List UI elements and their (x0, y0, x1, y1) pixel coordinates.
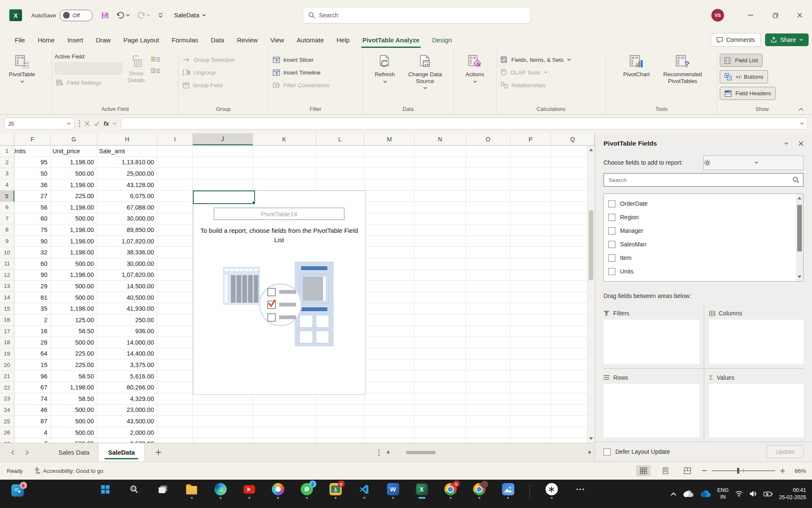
cell-J2[interactable] (193, 157, 253, 168)
cell-O27[interactable] (466, 438, 510, 443)
cell-P20[interactable] (510, 359, 551, 371)
row-header-3[interactable]: 3 (0, 168, 14, 179)
cell-K1[interactable] (253, 146, 316, 157)
cell-M17[interactable] (365, 326, 414, 337)
update-button[interactable]: Update (767, 445, 804, 458)
cell-M10[interactable] (365, 247, 414, 258)
cell-G20[interactable]: 225.00 (51, 359, 97, 371)
select-all-corner[interactable] (0, 133, 14, 145)
cell-G11[interactable]: 500.00 (51, 258, 97, 270)
cell-P5[interactable] (510, 190, 551, 202)
fields-items-sets-button[interactable]: fx Fields, Items, & Sets (499, 54, 573, 65)
cell-H7[interactable]: 30,000.00 (97, 213, 157, 225)
cell-F5[interactable]: 27 (14, 190, 51, 202)
cell-F20[interactable]: 15 (14, 359, 51, 371)
cell-M2[interactable] (365, 157, 414, 168)
cell-I11[interactable] (157, 258, 193, 270)
taskbar-start-button[interactable] (98, 483, 112, 499)
undo-button[interactable] (116, 11, 130, 19)
pivotchart-button[interactable]: PivotChart (618, 52, 655, 78)
cell-H3[interactable]: 25,000.00 (97, 168, 157, 179)
cell-L25[interactable] (316, 416, 365, 427)
cell-F1[interactable]: Units (14, 146, 51, 157)
cell-N9[interactable] (414, 236, 466, 247)
pane-options-chevron[interactable] (785, 142, 788, 145)
field-list-scroll-down[interactable] (798, 273, 801, 281)
column-header-L[interactable]: L (316, 133, 365, 145)
workbook-title[interactable]: SaleData (174, 12, 206, 19)
accessibility-status[interactable]: Accessibility: Good to go (34, 467, 103, 474)
cell-N20[interactable] (414, 359, 466, 371)
column-header-N[interactable]: N (414, 133, 466, 145)
show-details-button[interactable]: Show Details (124, 52, 148, 83)
cell-K23[interactable] (253, 393, 316, 405)
recommended-pivottables-button[interactable]: ? Recommended PivotTables (660, 52, 705, 84)
cell-P10[interactable] (510, 247, 551, 258)
field-item-salesman[interactable]: SalesMan (604, 237, 803, 251)
tray-expand-chevron[interactable] (671, 492, 676, 496)
cell-J26[interactable] (193, 427, 253, 439)
cell-O24[interactable] (466, 405, 510, 416)
zoom-slider-thumb[interactable] (737, 468, 739, 474)
insert-timeline-button[interactable]: Insert Timeline (271, 67, 322, 78)
cell-L3[interactable] (316, 168, 365, 179)
cell-I9[interactable] (157, 236, 193, 247)
tab-page-layout[interactable]: Page Layout (117, 30, 165, 49)
cell-H27[interactable]: 3,500.00 (97, 438, 157, 443)
cell-F11[interactable]: 60 (14, 258, 51, 270)
row-header-12[interactable]: 12 (0, 270, 14, 281)
cell-O17[interactable] (466, 326, 510, 337)
taskbar-task-view-button[interactable] (156, 483, 170, 499)
cell-H6[interactable]: 67,088.00 (97, 202, 157, 213)
cell-K2[interactable] (253, 157, 316, 168)
cell-M22[interactable] (365, 382, 414, 393)
cell-H25[interactable]: 43,500.00 (97, 416, 157, 427)
taskbar-chrome-2[interactable] (472, 483, 486, 499)
cell-J25[interactable] (193, 416, 253, 427)
share-button[interactable]: Share (765, 33, 809, 46)
zoom-slider[interactable] (712, 470, 775, 471)
scroll-up-arrow[interactable] (589, 146, 593, 154)
cell-P16[interactable] (510, 315, 551, 326)
cell-K26[interactable] (253, 427, 316, 439)
tab-formulas[interactable]: Formulas (165, 30, 205, 49)
cell-N4[interactable] (414, 179, 466, 191)
tab-review[interactable]: Review (230, 30, 264, 49)
cell-K4[interactable] (253, 179, 316, 191)
column-header-G[interactable]: G (51, 133, 97, 145)
cell-O22[interactable] (466, 382, 510, 393)
search-box[interactable]: Search (303, 7, 530, 23)
field-checkbox-orderdate[interactable] (608, 200, 615, 207)
cell-N10[interactable] (414, 247, 466, 258)
cell-L2[interactable] (316, 157, 365, 168)
active-field-input[interactable] (55, 62, 122, 75)
taskbar-chrome-1[interactable]: V (443, 483, 458, 499)
cell-F16[interactable]: 2 (14, 315, 51, 326)
tab-insert[interactable]: Insert (61, 30, 90, 49)
cell-M11[interactable] (365, 258, 414, 270)
cell-G18[interactable]: 500.00 (51, 337, 97, 348)
cell-G24[interactable]: 500.00 (51, 405, 97, 416)
rows-dropzone[interactable] (604, 384, 700, 437)
insert-slicer-button[interactable]: Insert Slicer (271, 54, 315, 65)
cell-O10[interactable] (466, 247, 510, 258)
cell-G2[interactable]: 1,198.00 (51, 157, 97, 168)
cell-I19[interactable] (157, 348, 193, 360)
cell-P12[interactable] (510, 270, 551, 281)
cell-N26[interactable] (414, 427, 466, 439)
cell-P17[interactable] (510, 326, 551, 337)
row-header-1[interactable]: 1 (0, 146, 14, 157)
cell-L26[interactable] (316, 427, 365, 439)
tab-file[interactable]: File (8, 30, 31, 49)
cell-N14[interactable] (414, 292, 466, 304)
field-item-item[interactable]: Item (604, 251, 803, 265)
cell-M26[interactable] (365, 427, 414, 439)
sheet-tab-saledata[interactable]: SaleData (99, 443, 144, 461)
field-item-orderdate[interactable]: OrderDate (604, 197, 803, 210)
taskbar-copilot[interactable] (271, 483, 285, 499)
minimize-button[interactable] (738, 0, 763, 30)
restore-button[interactable] (763, 0, 787, 30)
sheet-tab-sales-data[interactable]: Sales Data (49, 443, 99, 461)
field-checkbox-item[interactable] (608, 254, 615, 262)
cell-O23[interactable] (466, 393, 510, 405)
